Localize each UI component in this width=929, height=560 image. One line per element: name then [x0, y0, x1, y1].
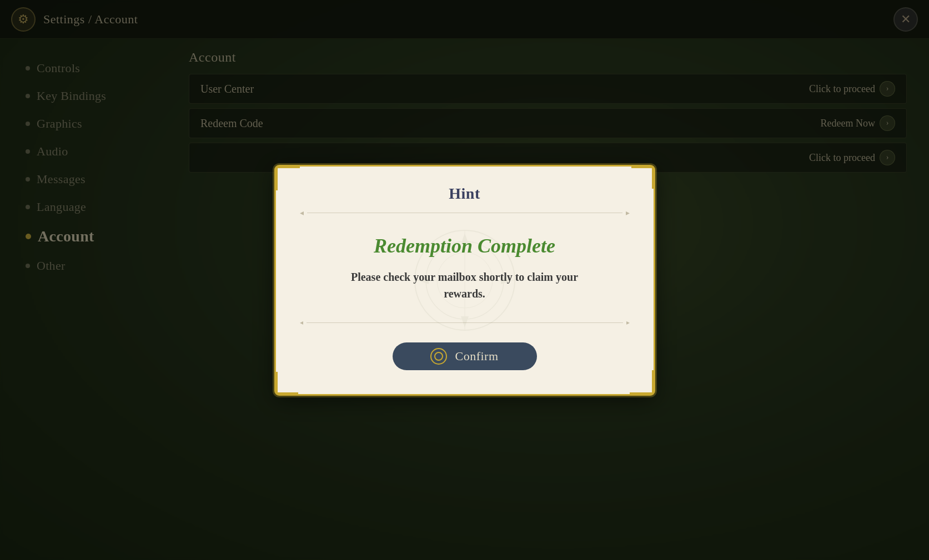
arrow-right-icon: ▸	[626, 208, 630, 218]
modal-overlay: Hint ◂ ▸ Redemption Complete Please chec…	[0, 0, 929, 560]
corner-decoration-tr	[631, 167, 654, 189]
divider-line	[307, 213, 622, 213]
confirm-button[interactable]: Confirm	[393, 342, 537, 370]
divider-line-bottom	[307, 322, 623, 323]
modal-content: Redemption Complete Please check your ma…	[300, 234, 630, 302]
confirm-button-icon	[430, 348, 447, 365]
hint-modal: Hint ◂ ▸ Redemption Complete Please chec…	[276, 167, 654, 394]
corner-decoration-bl	[276, 372, 298, 394]
arrow-left-icon: ◂	[300, 208, 304, 218]
arrow-right-icon-bottom: ▸	[626, 319, 630, 327]
redemption-body: Please check your mailbox shortly to cla…	[337, 269, 592, 302]
redemption-title: Redemption Complete	[374, 234, 555, 258]
confirm-button-label: Confirm	[455, 349, 498, 364]
bottom-divider: ◂ ▸	[300, 319, 630, 327]
arrow-left-icon-bottom: ◂	[300, 319, 303, 327]
top-divider: ◂ ▸	[300, 208, 630, 218]
modal-title: Hint	[300, 185, 630, 203]
